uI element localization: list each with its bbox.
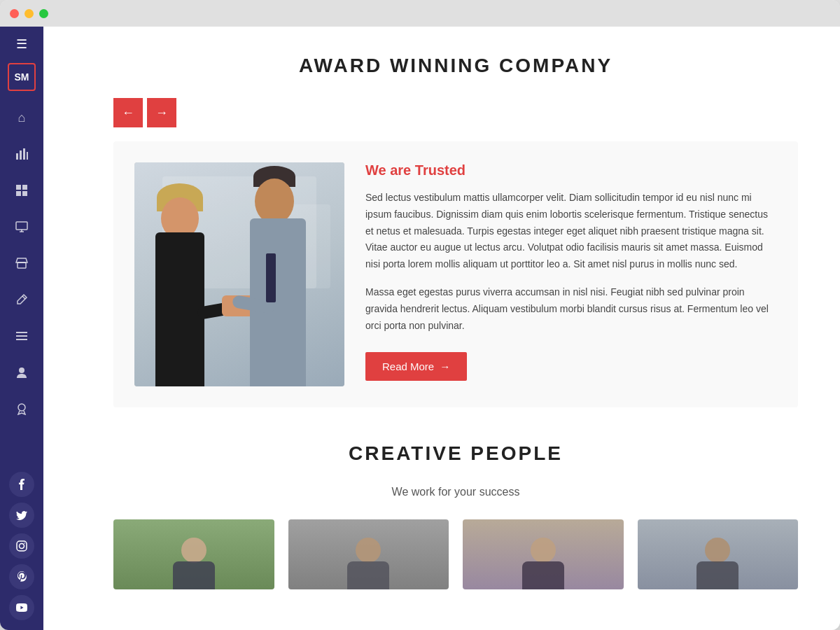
person-card-3: [463, 519, 624, 589]
person2-tie: [266, 253, 276, 302]
prev-button[interactable]: ←: [113, 98, 143, 127]
maximize-button[interactable]: [39, 9, 48, 18]
browser-titlebar: [0, 0, 840, 27]
card-paragraph2: Massa eget egestas purus viverra accumsa…: [365, 284, 777, 334]
card-paragraph1: Sed lectus vestibulum mattis ullamcorper…: [365, 190, 777, 273]
sil-head-4: [705, 538, 730, 563]
sil-body-3: [522, 561, 564, 589]
pinterest-button[interactable]: [9, 564, 34, 589]
sidebar-item-display[interactable]: [9, 214, 34, 239]
facebook-button[interactable]: [9, 472, 34, 497]
sidebar-item-shop[interactable]: [9, 251, 34, 276]
svg-rect-3: [27, 152, 28, 160]
minimize-button[interactable]: [24, 9, 34, 18]
sidebar-item-awards[interactable]: [9, 396, 34, 421]
sidebar-item-edit[interactable]: [9, 287, 34, 312]
svg-rect-15: [16, 339, 27, 340]
person-silhouette-1: [173, 538, 215, 589]
card-content: We are Trusted Sed lectus vestibulum mat…: [365, 162, 777, 386]
svg-rect-11: [18, 262, 26, 268]
sidebar-item-list[interactable]: [9, 323, 34, 349]
svg-rect-0: [16, 153, 18, 160]
sil-head-1: [181, 538, 206, 563]
sidebar-social: [9, 472, 34, 620]
svg-rect-5: [22, 185, 27, 190]
browser-window: ☰ SM ⌂: [0, 0, 840, 630]
svg-point-19: [20, 544, 24, 549]
svg-line-12: [22, 296, 25, 299]
main-content: AWARD WINNING COMPANY ← →: [43, 27, 840, 630]
sidebar-item-home[interactable]: ⌂: [9, 105, 34, 130]
person-silhouette-3: [522, 538, 564, 589]
twitter-button[interactable]: [9, 503, 34, 528]
people-grid: [113, 519, 798, 589]
logo: SM: [8, 63, 36, 91]
person-silhouette-4: [696, 538, 738, 589]
read-more-label: Read More: [382, 360, 434, 372]
svg-rect-6: [16, 191, 21, 196]
svg-point-17: [18, 404, 25, 411]
close-button[interactable]: [10, 9, 19, 18]
browser-body: ☰ SM ⌂: [0, 27, 840, 630]
card-subtitle: We are Trusted: [365, 162, 777, 178]
read-more-button[interactable]: Read More →: [365, 352, 467, 381]
svg-rect-13: [16, 332, 27, 333]
svg-rect-7: [22, 191, 27, 196]
section1-title: AWARD WINNING COMPANY: [113, 55, 798, 77]
section2-subtitle: We work for your success: [113, 486, 798, 498]
sidebar-item-user[interactable]: [9, 360, 34, 385]
sil-body-4: [696, 561, 738, 589]
carousel-controls: ← →: [113, 98, 798, 127]
sidebar: ☰ SM ⌂: [0, 27, 43, 630]
sidebar-item-grid[interactable]: [9, 178, 34, 203]
sil-head-3: [531, 538, 556, 563]
person1: [148, 190, 239, 386]
sidebar-nav: ⌂: [9, 105, 34, 465]
person-card-2: [288, 519, 449, 589]
svg-rect-4: [16, 185, 21, 190]
youtube-button[interactable]: [9, 595, 34, 620]
sidebar-item-analytics[interactable]: [9, 141, 34, 167]
section2: CREATIVE PEOPLE We work for your success: [113, 442, 798, 589]
svg-rect-2: [23, 148, 25, 160]
menu-icon[interactable]: ☰: [16, 36, 27, 52]
svg-point-16: [19, 368, 24, 373]
svg-rect-14: [16, 335, 27, 337]
sil-body-1: [173, 561, 215, 589]
award-card: We are Trusted Sed lectus vestibulum mat…: [113, 141, 798, 407]
person-card-1: [113, 519, 274, 589]
svg-rect-18: [17, 541, 27, 551]
person-card-4: [638, 519, 799, 589]
sil-head-2: [356, 538, 381, 563]
svg-rect-1: [20, 150, 22, 160]
person-silhouette-2: [347, 538, 389, 589]
instagram-button[interactable]: [9, 533, 34, 559]
person2-head: [255, 178, 294, 224]
read-more-arrow: →: [440, 360, 450, 372]
sil-body-2: [347, 561, 389, 589]
person1-body: [155, 232, 204, 386]
svg-rect-8: [16, 222, 27, 230]
section2-title: CREATIVE PEOPLE: [113, 442, 798, 465]
svg-point-20: [24, 542, 25, 544]
next-button[interactable]: →: [147, 98, 176, 127]
card-image: [134, 162, 344, 386]
person2: [239, 176, 337, 386]
handshake-scene: [134, 162, 344, 386]
